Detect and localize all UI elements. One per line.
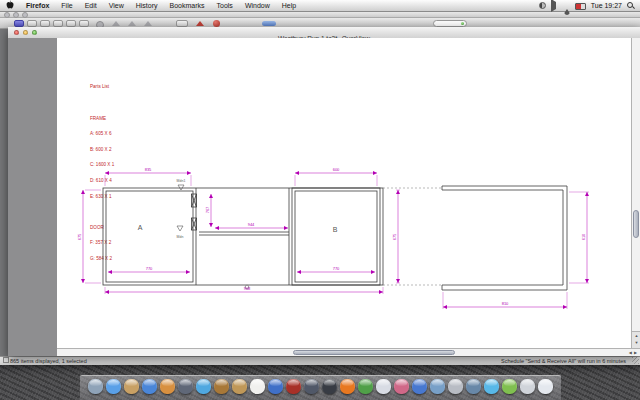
dim-annex-height: 610 [581,233,586,240]
dock-icon-red-app[interactable] [286,379,301,394]
dim-bottom-b: 770 [333,266,340,271]
dim-left: 675 [77,233,82,240]
dock-icon-gray-app[interactable] [448,379,463,394]
marker-label-1: Mdn1 [177,179,186,183]
datum-markers [177,185,249,289]
dock-icon-network[interactable] [88,379,103,394]
zoom-button[interactable] [32,30,37,35]
toolbar-icon[interactable] [176,20,188,27]
menu-firefox[interactable]: Firefox [20,0,55,11]
mail-status-right: Schedule "Send & Receive All" will run i… [501,358,640,364]
drawing-canvas[interactable]: Parts List FRAME A: 605 X 6 B: 600 X 2 C… [57,38,631,348]
marker-label-2: Mdn [177,235,184,239]
junk-button[interactable] [213,20,220,27]
menu-tools[interactable]: Tools [211,0,239,11]
resize-grip[interactable] [632,357,639,364]
dock-icon-iphoto[interactable] [160,379,175,394]
dock-icon-ical[interactable] [250,379,265,394]
reply-button[interactable] [53,20,63,27]
dock-icon-office-x[interactable] [376,379,391,394]
menu-history[interactable]: History [130,0,164,11]
apple-menu[interactable] [0,0,20,12]
minimize-button[interactable] [23,30,28,35]
mail-titlebar[interactable]: Inbox — Folders on My Computer [0,11,640,18]
dock-icon-pink-app[interactable] [394,379,409,394]
filter-pill[interactable] [262,21,276,26]
vertical-scrollbar[interactable]: ▲▼ [631,38,640,348]
dim-annex-width: 810 [502,301,509,306]
mail-status-left: 865 items displayed, 1 selected [0,358,87,364]
horizontal-scroll-arrows[interactable]: ◀▶ [629,349,639,356]
vertical-scroll-thumb[interactable] [633,210,639,238]
dock-icon-imovie[interactable] [178,379,193,394]
dim-overall: 908 [244,286,251,291]
dock-icon-bluegray-app[interactable] [466,379,481,394]
dock-icon-green-app[interactable] [358,379,373,394]
dock-icon-folder-app[interactable] [232,379,247,394]
dim-bottom-a: 770 [146,266,153,271]
menu-help[interactable]: Help [276,0,302,11]
dim-inner-horizontal: 944 [248,222,255,227]
dock-icon-internet-globe[interactable] [268,379,283,394]
dock-shelf [80,375,561,400]
apple-icon [6,0,14,9]
mail-search-field[interactable] [433,20,467,27]
dock-icon-itunes[interactable] [196,379,211,394]
search-go-icon [461,22,465,26]
spotlight-icon[interactable] [627,2,634,9]
menu-edit[interactable]: Edit [79,0,103,11]
dock-icon-money-app[interactable] [502,379,517,394]
dim-top-right: 600 [333,167,340,172]
volume-icon[interactable] [551,0,556,12]
room-a-label: A [138,224,143,231]
room-b-label: B [333,226,338,233]
dock-icon-camino[interactable] [430,379,445,394]
dim-top-left: 835 [145,167,152,172]
walls [103,186,567,290]
dock-icon-trash[interactable] [538,379,553,394]
toolbar-icon[interactable] [112,21,120,26]
dock-icon-dictionary[interactable] [124,379,139,394]
menu-bar: Firefox File Edit View History Bookmarks… [0,0,640,12]
wifi-icon[interactable] [563,2,571,15]
dock-icon-blue-e[interactable] [412,379,427,394]
status-icon [3,357,9,363]
dock-icon-crest-app[interactable] [304,379,319,394]
horizontal-scroll-thumb[interactable] [293,350,455,355]
menu-view[interactable]: View [103,0,130,11]
cad-body: Parts List FRAME A: 605 X 6 B: 600 X 2 C… [8,38,640,356]
dock-icon-safari[interactable] [142,379,157,394]
menu-status-area: Tue 19:27 [539,2,640,10]
get-mail-button[interactable] [14,20,24,27]
mail-status-bar: 865 items displayed, 1 selected Schedule… [0,356,640,365]
display-icon[interactable] [539,2,546,9]
dock-icon-opera[interactable] [322,379,337,394]
dock-icon-white-app[interactable] [520,379,535,394]
dock-icon-ichat[interactable] [106,379,121,394]
battery-icon[interactable] [575,3,586,10]
dock [0,365,640,400]
vertical-scroll-arrows[interactable]: ▲▼ [632,331,640,348]
menu-window[interactable]: Window [239,0,276,11]
cad-window-controls[interactable] [14,30,37,35]
menu-bookmarks[interactable]: Bookmarks [164,0,211,11]
delete-button[interactable] [196,21,204,26]
forward-button[interactable] [79,20,89,27]
toolbar-icon[interactable] [128,21,136,26]
dock-icon-skype[interactable] [484,379,499,394]
floor-plan-drawing: Mdn1 Mdn A B [57,38,631,348]
write-button[interactable] [27,20,37,27]
reply-all-button[interactable] [66,20,76,27]
cad-window: Westbury Run 1.tc3*--OverView Parts List… [8,27,640,356]
dim-inner-vertical: 767 [205,206,210,213]
menu-file[interactable]: File [55,0,78,11]
horizontal-scrollbar[interactable]: ◀▶ [57,348,640,356]
desktop: Inbox — Folders on My Computer 865 items… [0,0,640,400]
address-book-button[interactable] [40,20,50,27]
close-button[interactable] [14,30,19,35]
menu-clock[interactable]: Tue 19:27 [591,2,622,9]
dock-icon-firefox[interactable] [340,379,355,394]
dock-icon-garageband[interactable] [214,379,229,394]
dim-right: 675 [392,233,397,240]
toolbar-icon[interactable] [144,21,152,26]
